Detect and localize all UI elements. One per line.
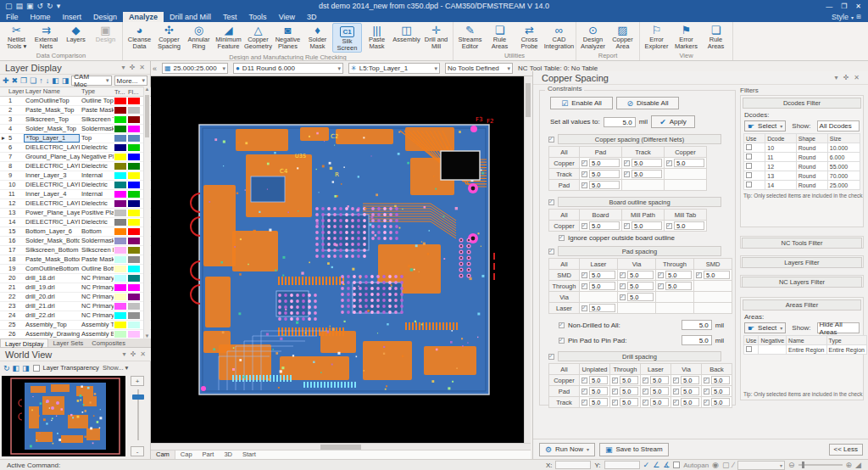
autopan-checkbox[interactable]: [673, 462, 680, 468]
extra-value-input[interactable]: 5.0: [682, 335, 712, 345]
x-coordinate-input[interactable]: [555, 461, 591, 469]
dcodes-filter-header[interactable]: Dcodes Filter: [743, 98, 861, 109]
close-icon[interactable]: ✕: [140, 350, 146, 358]
annular-ring-button[interactable]: ◎Annular Ring: [184, 23, 214, 53]
trace-color-swatch[interactable]: [114, 181, 127, 189]
cell-value-input[interactable]: 5.0: [711, 387, 730, 395]
panel-menu-icon[interactable]: ▾: [123, 350, 126, 358]
menu-tab-tools[interactable]: Tools: [243, 12, 273, 22]
cell-checkbox[interactable]: [673, 389, 679, 394]
layer-row[interactable]: 24drill_22.drlNC Primary: [0, 311, 151, 321]
layer-row[interactable]: 11Inner_Layer_4Internal: [0, 190, 151, 199]
workspace-tab-cap[interactable]: Cap: [175, 450, 198, 459]
slash-mode-icon[interactable]: ∕: [732, 461, 734, 469]
cell-checkbox[interactable]: [581, 389, 587, 394]
cell-value-input[interactable]: 5.0: [627, 293, 654, 301]
trace-color-swatch[interactable]: [114, 153, 127, 161]
apply-button[interactable]: ✔Apply: [651, 115, 695, 128]
cleanse-data-button[interactable]: ◕Cleanse Data: [125, 23, 154, 53]
nc-layers-filter-header[interactable]: NC Layers Filter: [742, 277, 862, 288]
flash-color-swatch[interactable]: [127, 125, 141, 133]
workspace-tab-part[interactable]: Part: [198, 450, 220, 459]
layer-row[interactable]: 25Assembly_TopAssembly Top: [0, 321, 151, 330]
flash-color-swatch[interactable]: [127, 106, 141, 115]
frame-mode-icon[interactable]: ▢: [722, 461, 730, 469]
tab-layer-display[interactable]: Layer Display: [0, 339, 48, 347]
trace-color-swatch[interactable]: [114, 293, 127, 301]
trace-color-swatch[interactable]: [114, 330, 127, 339]
cell-checkbox[interactable]: [581, 223, 587, 229]
new-file-icon[interactable]: ▢: [5, 2, 13, 10]
flash-color-swatch[interactable]: [127, 237, 141, 245]
cell-checkbox[interactable]: [643, 400, 648, 406]
ribbon-options-icon[interactable]: ⊞: [856, 14, 861, 20]
grid-combo[interactable]: ▦25.000:25.000▾: [162, 63, 228, 74]
cell-checkbox[interactable]: [581, 182, 587, 188]
status-zoom-slider[interactable]: [798, 464, 843, 466]
cell-checkbox[interactable]: [673, 378, 679, 383]
layer-set-combo[interactable]: CAM Moc▾: [71, 76, 111, 86]
solder-mask-button[interactable]: ♦Solder Mask: [303, 23, 332, 53]
view-rule-areas-button[interactable]: ❏Rule Areas: [701, 23, 731, 51]
cell-value-input[interactable]: 5.0: [681, 387, 699, 395]
cell-checkbox[interactable]: [624, 160, 630, 166]
layer-row[interactable]: 20drill_18.drlNC Primary: [0, 274, 151, 283]
dcode-combo[interactable]: ●D11 Round 6.000▾: [233, 63, 343, 74]
trace-color-swatch[interactable]: [114, 265, 127, 273]
cell-value-input[interactable]: 5.0: [589, 376, 608, 384]
copy-view-icon[interactable]: ◧: [13, 364, 20, 372]
dcodes-select-button[interactable]: ☛Select▾: [744, 120, 786, 131]
flash-color-swatch[interactable]: [127, 181, 141, 189]
drill-and-mill-button[interactable]: ✛Drill and Mill: [421, 23, 451, 53]
flash-color-swatch[interactable]: [127, 274, 141, 283]
trace-color-swatch[interactable]: [114, 283, 127, 292]
trace-color-swatch[interactable]: [114, 227, 127, 236]
layer-row[interactable]: 3Silkscreen_TopSilkscreen T...: [0, 115, 151, 125]
zoom-slider-thumb[interactable]: [132, 394, 144, 400]
trace-color-swatch[interactable]: [114, 97, 127, 105]
canvas-horizontal-scrollbar[interactable]: [151, 443, 531, 450]
copper-enabled-checkbox[interactable]: [548, 137, 554, 143]
copper-geometry-button[interactable]: △Copper Geometry: [243, 23, 273, 53]
extra-checkbox[interactable]: [559, 338, 565, 344]
trace-color-swatch[interactable]: [114, 246, 127, 255]
move-down-icon[interactable]: ↓: [46, 76, 50, 85]
disable-all-button[interactable]: ⊘Disable All: [616, 97, 679, 109]
extra-checkbox[interactable]: [559, 322, 565, 328]
flash-color-swatch[interactable]: [127, 115, 141, 124]
flash-color-swatch[interactable]: [127, 246, 141, 255]
paste-view-icon[interactable]: ◨: [22, 364, 30, 372]
netlist-tools-button[interactable]: ✂Netlist Tools ▾: [2, 23, 31, 51]
cell-value-input[interactable]: 5.0: [681, 398, 699, 406]
layer-row[interactable]: 10DIELECTRIC_LAYEDielectric: [0, 181, 151, 190]
flash-color-swatch[interactable]: [127, 218, 141, 227]
flash-color-swatch[interactable]: [127, 97, 141, 105]
canvas-vertical-scrollbar[interactable]: [524, 76, 531, 443]
pin-icon[interactable]: ✜: [843, 74, 849, 81]
error-explorer-button[interactable]: ⚐Error Explorer: [642, 23, 671, 51]
layer-row[interactable]: 15Bottom_Layer_6Bottom: [0, 227, 151, 237]
flash-color-swatch[interactable]: [127, 134, 141, 143]
cell-value-input[interactable]: 5.0: [589, 221, 620, 230]
use-checkbox[interactable]: [746, 154, 752, 159]
cell-value-input[interactable]: 5.0: [627, 271, 654, 279]
cell-value-input[interactable]: 5.0: [674, 221, 704, 230]
cell-checkbox[interactable]: [620, 294, 626, 300]
cell-checkbox[interactable]: [666, 223, 672, 229]
cell-value-input[interactable]: 5.0: [711, 398, 730, 406]
layer-row[interactable]: 22drill_20.drlNC Primary: [0, 293, 151, 302]
zoom-out-icon[interactable]: ⊖: [788, 461, 795, 469]
close-icon[interactable]: ✕: [139, 64, 145, 71]
layer-row[interactable]: 9Inner_Layer_3Internal: [0, 171, 151, 181]
measure-arc-icon[interactable]: ∡: [663, 461, 670, 469]
remove-layer-icon[interactable]: ✖: [12, 76, 19, 85]
pin-icon[interactable]: ✜: [130, 64, 136, 71]
layer-row[interactable]: 17Silkscreen_BottomSilkscreen B...: [0, 246, 151, 255]
snap-check-icon[interactable]: ✓: [643, 461, 650, 469]
panel-menu-icon[interactable]: ▾: [122, 64, 125, 71]
dcode-row[interactable]: 12Round55.000: [744, 162, 860, 171]
drill-enabled-checkbox[interactable]: [548, 354, 554, 360]
external-nets-button[interactable]: ⇉External Nets: [31, 23, 61, 51]
trace-color-swatch[interactable]: [114, 255, 127, 264]
cell-checkbox[interactable]: [581, 160, 587, 166]
